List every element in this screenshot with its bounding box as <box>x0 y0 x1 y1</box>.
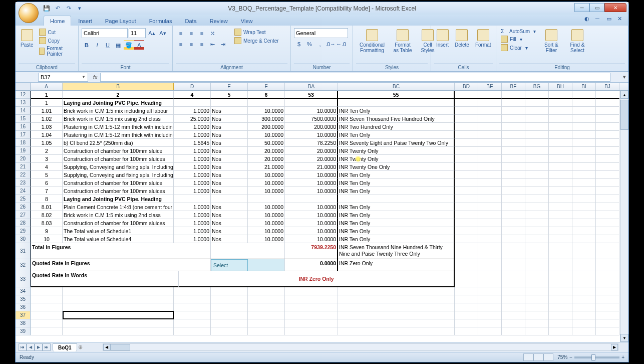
cell[interactable]: 200.0000 <box>248 123 285 131</box>
row-header[interactable]: 33 <box>16 271 31 287</box>
cell[interactable] <box>174 195 211 203</box>
cell[interactable] <box>572 203 596 211</box>
cell[interactable]: 8.02 <box>31 211 63 219</box>
row-header[interactable]: 37 <box>16 311 31 319</box>
merge-center-button[interactable]: Merge & Center <box>233 37 280 45</box>
cell[interactable] <box>285 303 338 311</box>
cell[interactable] <box>596 123 619 131</box>
cell[interactable] <box>478 287 502 295</box>
cell[interactable]: Construction of chamber for 100mm sluice… <box>63 219 174 227</box>
cell[interactable]: 2 <box>31 147 63 155</box>
row-header[interactable]: 12 <box>16 91 31 99</box>
cell[interactable]: 1.05 <box>31 139 63 147</box>
page-layout-view-icon[interactable] <box>533 353 543 361</box>
cell[interactable]: 20.0000 <box>285 147 338 155</box>
cell[interactable] <box>455 211 478 219</box>
align-left-icon[interactable]: ≡ <box>176 39 186 49</box>
row-header[interactable]: 19 <box>16 147 31 155</box>
cell[interactable] <box>525 319 549 327</box>
cell[interactable]: 1.0000 <box>174 163 211 171</box>
cell[interactable] <box>549 91 572 99</box>
cell[interactable]: Nos <box>211 139 248 147</box>
col-header-E[interactable]: E <box>211 83 248 90</box>
cell[interactable] <box>549 171 572 179</box>
cell[interactable]: 10.0000 <box>285 171 338 179</box>
cell[interactable] <box>525 91 549 99</box>
cell[interactable] <box>478 311 502 319</box>
zoom-in-icon[interactable]: + <box>621 354 624 360</box>
scroll-left-icon[interactable]: ◀ <box>103 344 110 350</box>
cell[interactable]: 1.0000 <box>174 107 211 115</box>
cell[interactable] <box>31 311 63 319</box>
cell[interactable] <box>248 311 285 319</box>
cell[interactable] <box>596 163 619 171</box>
vertical-scrollbar[interactable]: ▲ ▼ <box>620 91 628 342</box>
sheet-tab-boq1[interactable]: BoQ1 <box>53 343 77 351</box>
tab-data[interactable]: Data <box>179 16 202 26</box>
cell[interactable]: 7939.2250 <box>285 243 338 259</box>
delete-button[interactable]: Delete <box>453 28 471 49</box>
cell[interactable] <box>31 295 63 303</box>
cell[interactable] <box>525 243 549 259</box>
cell[interactable] <box>572 187 596 195</box>
formula-expand-icon[interactable]: ▾ <box>620 74 628 80</box>
cell[interactable]: 6 <box>31 179 63 187</box>
cell[interactable] <box>572 163 596 171</box>
cell[interactable] <box>502 219 525 227</box>
cell[interactable] <box>502 319 525 327</box>
cell[interactable]: 4 <box>174 91 211 99</box>
cell[interactable] <box>525 311 549 319</box>
cell[interactable] <box>502 227 525 235</box>
cell[interactable]: Plastering in C.M 1:5-12 mm thick with i… <box>63 123 174 131</box>
cell[interactable] <box>285 195 338 203</box>
cell[interactable] <box>502 235 525 243</box>
sheet-first-icon[interactable]: ⏮ <box>19 343 27 351</box>
cell[interactable] <box>525 227 549 235</box>
cell[interactable] <box>549 327 572 335</box>
cell[interactable] <box>455 319 478 327</box>
cell[interactable]: 1.03 <box>31 123 63 131</box>
cell[interactable] <box>596 219 619 227</box>
cell[interactable]: 10.0000 <box>285 187 338 195</box>
cell[interactable] <box>174 311 211 319</box>
help-icon[interactable]: ◐ <box>584 16 591 23</box>
cell[interactable]: Construction of chamber for 100mm sluice <box>63 147 174 155</box>
col-header-BI[interactable]: BI <box>572 83 596 90</box>
cell[interactable] <box>549 195 572 203</box>
cell[interactable] <box>549 187 572 195</box>
cell[interactable] <box>455 163 478 171</box>
cell[interactable] <box>502 327 525 335</box>
cut-button[interactable]: Cut <box>38 28 75 36</box>
cell[interactable] <box>502 171 525 179</box>
cell[interactable] <box>572 219 596 227</box>
cell[interactable]: 21.0000 <box>285 163 338 171</box>
cell[interactable]: 1.0000 <box>174 131 211 139</box>
cell[interactable] <box>478 195 502 203</box>
cell[interactable]: 6 <box>248 91 285 99</box>
cell[interactable]: 10.0000 <box>285 235 338 243</box>
cell[interactable] <box>338 195 455 203</box>
cell[interactable] <box>596 99 619 107</box>
cell[interactable] <box>596 303 619 311</box>
cell[interactable]: 10.0000 <box>248 219 285 227</box>
cell[interactable] <box>596 243 619 259</box>
cell[interactable] <box>596 139 619 147</box>
cell[interactable] <box>455 131 478 139</box>
cell[interactable] <box>596 131 619 139</box>
cell[interactable]: INR Ten Only <box>338 107 455 115</box>
row-header[interactable]: 25 <box>16 195 31 203</box>
cell[interactable]: 1.0000 <box>174 147 211 155</box>
cell[interactable]: Nos <box>211 227 248 235</box>
cell[interactable]: 1.0000 <box>174 227 211 235</box>
cell[interactable]: INR Ten Only <box>338 187 455 195</box>
col-header-BC[interactable]: BC <box>338 83 455 90</box>
cell[interactable] <box>455 271 478 287</box>
cell[interactable]: Plastering in C.M 1:5-12 mm thick with i… <box>63 131 174 139</box>
row-header[interactable]: 18 <box>16 139 31 147</box>
cell[interactable] <box>525 195 549 203</box>
cell[interactable] <box>596 295 619 303</box>
cell[interactable] <box>478 91 502 99</box>
cell[interactable] <box>455 179 478 187</box>
cell[interactable] <box>248 99 285 107</box>
cell[interactable] <box>478 171 502 179</box>
